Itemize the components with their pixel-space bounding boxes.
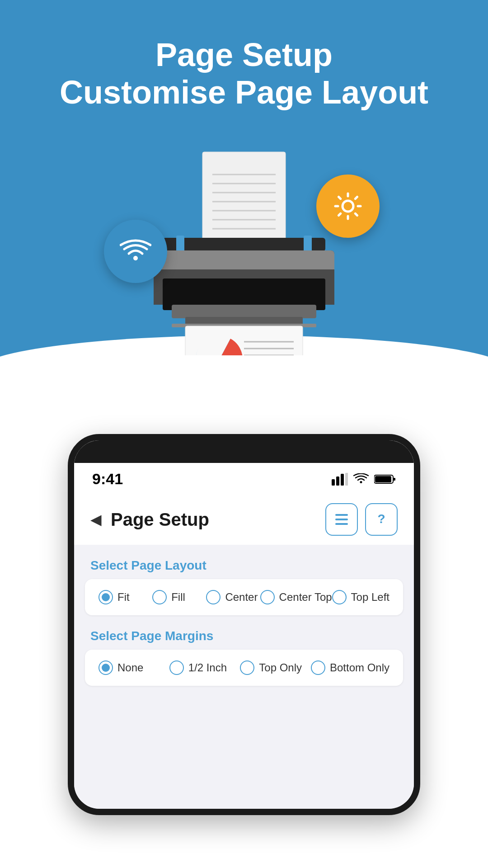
radio-center-top (260, 590, 275, 604)
margin-option-half-inch[interactable]: 1/2 Inch (169, 660, 240, 675)
phone-section: 9:41 (0, 407, 488, 851)
hero-illustration (27, 138, 461, 355)
margin-none-label: None (117, 661, 143, 674)
app-content: ◀ Page Setup ? (74, 492, 414, 809)
svg-rect-9 (163, 238, 325, 251)
radio-fit (99, 590, 113, 604)
margin-half-inch-label: 1/2 Inch (188, 661, 227, 674)
status-bar: 9:41 (74, 463, 414, 492)
help-button[interactable]: ? (365, 503, 398, 536)
list-icon (333, 511, 350, 528)
layout-options-row: Fit Fill Center (99, 590, 389, 604)
header-actions: ? (325, 503, 398, 536)
layout-option-center[interactable]: Center (206, 590, 260, 604)
layout-option-fill[interactable]: Fill (152, 590, 206, 604)
margin-option-bottom-only[interactable]: Bottom Only (311, 660, 389, 675)
svg-rect-39 (345, 473, 348, 486)
margins-options-row: None 1/2 Inch Top Only (99, 660, 389, 675)
question-icon: ? (373, 511, 389, 528)
radio-center (206, 590, 221, 604)
margins-section: Select Page Margins None (74, 615, 414, 686)
layout-center-label: Center (225, 591, 258, 604)
wifi-icon (353, 473, 369, 485)
margin-option-none[interactable]: None (99, 660, 169, 675)
hero-section: Page Setup Customise Page Layout (0, 0, 488, 407)
status-time: 9:41 (92, 470, 123, 488)
radio-top-left (332, 590, 347, 604)
wifi-badge (104, 220, 167, 283)
margins-options-card: None 1/2 Inch Top Only (85, 650, 403, 686)
margins-section-label: Select Page Margins (74, 615, 414, 650)
layout-fill-label: Fill (171, 591, 185, 604)
layout-options-card: Fit Fill Center (85, 579, 403, 615)
layout-fit-label: Fit (117, 591, 130, 604)
phone-notch (74, 440, 414, 463)
list-view-button[interactable] (325, 503, 358, 536)
radio-none (99, 660, 113, 675)
layout-top-left-label: Top Left (351, 591, 389, 604)
svg-rect-44 (335, 519, 348, 520)
back-arrow-icon: ◀ (90, 511, 102, 528)
svg-rect-37 (336, 476, 339, 486)
radio-bottom-only (311, 660, 325, 675)
svg-rect-41 (393, 478, 395, 481)
layout-center-top-label: Center Top (279, 591, 332, 604)
svg-rect-43 (335, 514, 348, 516)
svg-rect-16 (172, 305, 316, 318)
printer-graphic (117, 138, 371, 355)
notch-pill (203, 445, 285, 458)
page-title: Page Setup (111, 509, 325, 530)
margin-bottom-only-label: Bottom Only (330, 661, 389, 674)
radio-fill (152, 590, 167, 604)
gear-badge (316, 175, 380, 238)
hero-title: Page Setup Customise Page Layout (27, 36, 461, 111)
radio-none-dot (102, 664, 110, 672)
svg-text:?: ? (377, 512, 385, 526)
layout-option-top-left[interactable]: Top Left (332, 590, 389, 604)
battery-icon (374, 474, 396, 485)
signal-icon (332, 473, 348, 486)
layout-option-center-top[interactable]: Center Top (260, 590, 332, 604)
layout-section: Select Page Layout Fit (74, 545, 414, 615)
status-icons (332, 473, 396, 486)
layout-section-label: Select Page Layout (74, 545, 414, 579)
app-header: ◀ Page Setup ? (74, 492, 414, 545)
phone-frame: 9:41 (68, 434, 420, 815)
svg-rect-42 (375, 476, 391, 482)
radio-half-inch (169, 660, 184, 675)
radio-top-only (240, 660, 254, 675)
svg-point-0 (343, 201, 353, 212)
svg-rect-45 (335, 523, 348, 525)
radio-fit-dot (102, 593, 110, 601)
back-button[interactable]: ◀ (90, 511, 102, 528)
layout-option-fit[interactable]: Fit (99, 590, 152, 604)
svg-rect-38 (341, 474, 344, 486)
margin-option-top-only[interactable]: Top Only (240, 660, 311, 675)
svg-rect-36 (332, 479, 335, 486)
margin-top-only-label: Top Only (259, 661, 302, 674)
